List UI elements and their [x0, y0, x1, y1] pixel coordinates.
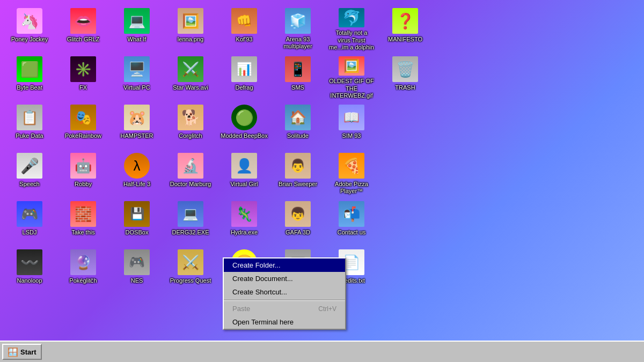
desktop-icon-kof93[interactable]: 👊Kof'93 — [217, 5, 271, 54]
lsdj-icon: 🎮 — [17, 201, 42, 227]
context-menu-item-create-document[interactable]: Create Document... — [224, 272, 345, 285]
hampster-label: HAMPSTER — [120, 132, 153, 139]
take-this-label: Take this — [71, 229, 94, 236]
desktop-icon-dosbox[interactable]: 💾DOSBox — [110, 198, 164, 247]
pokeglit-icon: 🔮 — [70, 249, 96, 275]
nanoloop-icon: 〰️ — [17, 249, 42, 275]
desktop-icon-what-if[interactable]: 💻What If — [110, 5, 164, 54]
desktop-icon-brian-sweeper[interactable]: 👨Brian Sweeper — [271, 150, 325, 198]
desktop-icon-pokeglit[interactable]: 🔮Pokéglitc̈h — [56, 247, 110, 295]
byte-beat-label: Byte Beat — [17, 84, 42, 91]
defrag-icon: 📊 — [231, 56, 257, 82]
pokerainbow-label: PokéRainbow — [65, 132, 101, 139]
desktop-icon-virtual-girl[interactable]: 👤Virtual Girl — [217, 150, 271, 198]
desktop-icon-robby[interactable]: 🤖Robby — [56, 150, 110, 198]
gafa-3d-icon: 👦 — [285, 201, 311, 227]
context-menu-label-paste: Paste — [232, 305, 250, 313]
dosbox-icon: 💾 — [124, 201, 150, 227]
virtual-pc-icon: 🖥️ — [124, 56, 150, 82]
contact-us-icon: 📬 — [339, 201, 364, 227]
doctor-marburg-icon: 🔬 — [178, 153, 203, 179]
virus-dolphin-label: Totally not a virus.Trust me...im a dolp… — [327, 29, 376, 51]
desktop-icon-take-this[interactable]: 🧱Take this — [56, 198, 110, 247]
puke-data-icon: 📋 — [17, 105, 42, 130]
kof93-icon: 👊 — [231, 8, 257, 34]
star-wars-label: Star Wars.avi — [173, 84, 208, 91]
trash-icon: 🗑️ — [392, 56, 418, 82]
desktop-icon-virus-dolphin[interactable]: 🐬Totally not a virus.Trust me...im a dol… — [325, 5, 378, 54]
desktop-icon-pokerainbow[interactable]: 🎭PokéRainbow — [56, 102, 110, 150]
puke-data-label: Puke Data — [16, 132, 43, 139]
context-menu-item-paste: PasteCtrl+V — [224, 302, 345, 315]
desktop-icon-lsdj[interactable]: 🎮LSDJ — [3, 198, 56, 247]
derg32-label: DERG32.EXE — [172, 229, 209, 236]
kof93-label: Kof'93 — [236, 36, 253, 43]
desktop-icon-oldest-gif[interactable]: 🖼️OLDEST GIF OF THE INTERWEBZ.gif — [325, 54, 378, 102]
desktop-icon-hydra-exe[interactable]: 🦎Hydra.exe — [217, 198, 271, 247]
desktop-icon-byte-beat[interactable]: 🟩Byte Beat — [3, 54, 56, 102]
desktop-icon-speech[interactable]: 🎤Speech — [3, 150, 56, 198]
desktop-icon-sms[interactable]: 📱SMS — [271, 54, 325, 102]
byte-beat-icon: 🟩 — [17, 56, 42, 82]
desktop-icon-derg32[interactable]: 💻DERG32.EXE — [164, 198, 217, 247]
lenna-icon: 🖼️ — [178, 8, 203, 34]
desktop-icon-nanoloop[interactable]: 〰️Nanoloop — [3, 247, 56, 295]
solitude-icon: 🏠 — [285, 105, 311, 130]
context-menu-label-create-folder: Create Folder... — [232, 261, 281, 269]
desktop-icon-glitch-grlz[interactable]: 👄Glitch GRLZ — [56, 5, 110, 54]
glitch-grlz-icon: 👄 — [70, 8, 96, 34]
hydra-exe-label: Hydra.exe — [231, 229, 258, 236]
desktop-icon-nes[interactable]: 🎮NES — [110, 247, 164, 295]
take-this-icon: 🧱 — [70, 201, 96, 227]
nes-icon: 🎮 — [124, 249, 150, 275]
hydra-exe-icon: 🦎 — [231, 201, 257, 227]
desktop-icon-star-wars[interactable]: ⚔️Star Wars.avi — [164, 54, 217, 102]
desktop-icon-lenna[interactable]: 🖼️lenna.png — [164, 5, 217, 54]
desktop-icon-doctor-marburg[interactable]: 🔬Doctor Marburg — [164, 150, 217, 198]
glitch-grlz-label: Glitch GRLZ — [67, 36, 100, 43]
desktop-icon-defrag[interactable]: 📊Defrag — [217, 54, 271, 102]
desktop-icon-trash[interactable]: 🗑️TRASH — [378, 54, 432, 102]
desktop-icon-half-life-3[interactable]: λHalf-Life 3 — [110, 150, 164, 198]
modded-beepbox-label: Modded BeepBox — [221, 132, 267, 139]
speech-label: Speech — [19, 181, 39, 188]
desktop-icon-solitude[interactable]: 🏠Solitude — [271, 102, 325, 150]
context-menu-item-open-terminal[interactable]: Open Terminal here — [224, 315, 345, 329]
dosbox-label: DOSBox — [126, 229, 149, 236]
half-life-3-icon: λ — [124, 153, 150, 179]
defrag-label: Defrag — [235, 84, 253, 91]
nanoloop-label: Nanoloop — [17, 277, 42, 284]
modded-beepbox-icon: 🟢 — [231, 105, 257, 130]
desktop-icon-virtual-pc[interactable]: 🖥️Virtual PC — [110, 54, 164, 102]
desktop-icon-hampster[interactable]: 🐹HAMPSTER — [110, 102, 164, 150]
desktop-icon-manifesto[interactable]: ❓MANIFESTO — [378, 5, 432, 54]
virus-dolphin-icon: 🐬 — [339, 8, 364, 27]
context-menu-item-create-shortcut[interactable]: Create Shortcut... — [224, 285, 345, 299]
what-if-label: What If — [128, 36, 147, 43]
desktop-icon-arena-93[interactable]: 🧊Arena 93 multiplayer — [271, 5, 325, 54]
desktop-icon-modded-beepbox[interactable]: 🟢Modded BeepBox — [217, 102, 271, 150]
desktop-icon-poney-jockey[interactable]: 🦄Poney Jockey — [3, 5, 56, 54]
fx-label: FX — [79, 84, 87, 91]
desktop-icon-sim93[interactable]: 📖SIM 93 — [325, 102, 378, 150]
desktop-icon-corglitch[interactable]: 🐕Corglitch — [164, 102, 217, 150]
star-wars-icon: ⚔️ — [178, 56, 203, 82]
desktop-icon-fx[interactable]: ✳️FX — [56, 54, 110, 102]
desktop-icon-contact-us[interactable]: 📬Contact us — [325, 198, 378, 247]
start-button[interactable]: 🪟 Start — [2, 344, 42, 360]
context-menu-separator — [224, 300, 345, 301]
oldest-gif-icon: 🖼️ — [339, 56, 364, 76]
desktop-icon-gafa-3d[interactable]: 👦GAFA 3D — [271, 198, 325, 247]
desktop-icon-adobe-pizza[interactable]: 🍕Adobe Pizza Player™ — [325, 150, 378, 198]
half-life-3-label: Half-Life 3 — [123, 181, 150, 188]
robby-icon: 🤖 — [70, 153, 96, 179]
context-menu-item-create-folder[interactable]: Create Folder... — [224, 258, 345, 272]
context-menu-label-open-terminal: Open Terminal here — [232, 318, 294, 326]
brian-sweeper-icon: 👨 — [285, 153, 311, 179]
desktop-icon-puke-data[interactable]: 📋Puke Data — [3, 102, 56, 150]
lenna-label: lenna.png — [178, 36, 203, 43]
manifesto-icon: ❓ — [392, 8, 418, 34]
desktop-icon-progress-quest[interactable]: ⚔️Progress Quest — [164, 247, 217, 295]
adobe-pizza-label: Adobe Pizza Player™ — [327, 181, 376, 195]
sim93-icon: 📖 — [339, 105, 364, 130]
